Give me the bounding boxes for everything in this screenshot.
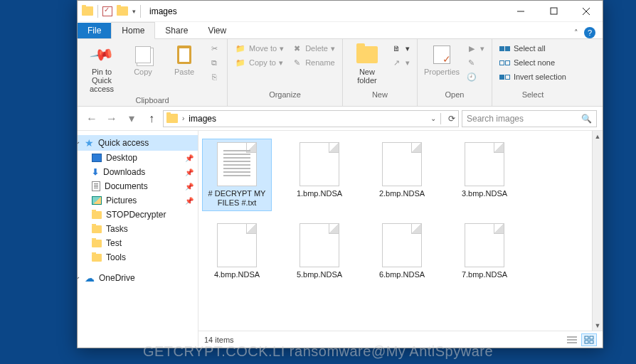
sidebar-desktop[interactable]: Desktop📌 [78, 151, 198, 165]
address-folder-icon [166, 114, 178, 123]
star-icon: ★ [85, 137, 94, 149]
sidebar-pictures[interactable]: Pictures📌 [78, 193, 198, 208]
scroll-up-button[interactable]: ▲ [593, 131, 603, 141]
minimize-button[interactable] [504, 1, 537, 22]
details-view-button[interactable] [564, 333, 580, 346]
invert-selection-button[interactable]: Invert selection [498, 70, 568, 83]
folder-icon [92, 225, 102, 233]
copy-path-button[interactable]: ⧉ [207, 56, 221, 69]
text-file-icon [217, 142, 257, 186]
maximize-button[interactable] [537, 1, 570, 22]
paste-label: Paste [174, 68, 194, 76]
new-folder-button[interactable]: New folder [349, 42, 386, 86]
easy-access-button[interactable]: ↗▾ [390, 56, 411, 69]
file-item[interactable]: 3.bmp.NDSA [450, 139, 519, 210]
properties-qat-icon[interactable] [102, 6, 112, 16]
forward-button[interactable]: → [103, 110, 120, 127]
sidebar-label: Test [106, 238, 122, 248]
selectnone-label: Select none [514, 58, 555, 67]
sidebar-tools[interactable]: Tools [78, 250, 198, 264]
refresh-button[interactable]: ⟳ [448, 114, 455, 124]
close-button[interactable] [570, 1, 603, 22]
titlebar: ▾ images [78, 1, 603, 22]
select-none-button[interactable]: Select none [498, 56, 568, 69]
navbar: ← → ▾ ↑ › images ⌄ ⟳ Search images 🔍 [78, 107, 603, 131]
address-dropdown-icon[interactable]: ⌄ [430, 114, 436, 122]
file-name: # DECRYPT MY FILES #.txt [206, 189, 268, 208]
help-icon[interactable]: ? [584, 27, 595, 38]
copyto-label: Copy to [249, 58, 276, 67]
edit-button[interactable]: ✎ [465, 56, 486, 69]
file-name: 7.bmp.NDSA [462, 270, 507, 279]
sidebar-tasks[interactable]: Tasks [78, 222, 198, 236]
copy-button[interactable]: Copy [124, 42, 161, 77]
back-button[interactable]: ← [83, 110, 100, 127]
history-button[interactable]: 🕘 [465, 70, 486, 83]
blank-file-icon [465, 142, 504, 186]
new-extra: 🗎▾ ↗▾ [390, 42, 411, 69]
pin-icon: 📌 [88, 42, 115, 68]
sidebar-stopdecrypter[interactable]: STOPDecrypter [78, 208, 198, 222]
file-name: 6.bmp.NDSA [379, 270, 425, 279]
pin-quick-access-button[interactable]: 📌 Pin to Quick access [83, 42, 120, 95]
icons-view-button[interactable] [581, 333, 597, 346]
rename-button[interactable]: ✎Rename [290, 56, 336, 69]
delete-label: Delete [305, 44, 328, 53]
copyto-button[interactable]: 📁Copy to ▾ [233, 56, 285, 69]
svg-rect-1 [551, 8, 557, 14]
address-segment[interactable]: images [189, 114, 216, 124]
file-item[interactable]: 5.bmp.NDSA [285, 220, 354, 282]
delete-icon: ✖ [291, 43, 302, 54]
delete-button[interactable]: ✖Delete ▾ [290, 42, 336, 55]
file-item[interactable]: 7.bmp.NDSA [450, 220, 519, 282]
edit-icon: ✎ [466, 57, 477, 68]
newfolder-label: New folder [351, 68, 383, 85]
search-icon[interactable]: 🔍 [581, 114, 592, 124]
select-all-button[interactable]: Select all [498, 42, 568, 55]
address-bar[interactable]: › images ⌄ ⟳ [163, 110, 459, 127]
desktop-icon [92, 154, 102, 162]
sidebar-label: STOPDecrypter [106, 210, 166, 220]
cut-button[interactable]: ✂ [207, 42, 221, 55]
moveto-button[interactable]: 📁Move to ▾ [233, 42, 285, 55]
search-placeholder: Search images [467, 114, 524, 124]
sidebar-downloads[interactable]: ⬇Downloads📌 [78, 165, 198, 179]
newfolder-qat-icon[interactable] [117, 6, 128, 16]
file-item[interactable]: 4.bmp.NDSA [203, 220, 271, 282]
search-box[interactable]: Search images 🔍 [462, 110, 597, 127]
tab-file[interactable]: File [78, 23, 111, 38]
file-item[interactable]: 1.bmp.NDSA [285, 139, 354, 210]
sidebar-documents[interactable]: Documents📌 [78, 179, 198, 193]
file-item[interactable]: # DECRYPT MY FILES #.txt [203, 139, 271, 210]
up-button[interactable]: ↑ [143, 110, 160, 127]
navigation-pane[interactable]: ★Quick access Desktop📌 ⬇Downloads📌 Docum… [78, 131, 198, 348]
paste-shortcut-button[interactable]: ⎘ [207, 70, 221, 83]
sidebar-quick-access[interactable]: ★Quick access [78, 135, 198, 151]
properties-button[interactable]: Properties [423, 42, 460, 77]
sidebar-label: Quick access [98, 138, 149, 148]
collapse-ribbon-icon[interactable]: ˄ [574, 28, 578, 38]
scroll-down-button[interactable]: ▼ [593, 320, 603, 331]
copypath-icon: ⧉ [208, 57, 220, 68]
paste-button[interactable]: Paste [166, 42, 203, 77]
file-item[interactable]: 2.bmp.NDSA [368, 139, 436, 210]
sidebar-onedrive[interactable]: ☁OneDrive [78, 270, 198, 286]
group-organize: 📁Move to ▾ 📁Copy to ▾ ✖Delete ▾ ✎Rename … [228, 39, 343, 106]
sidebar-test[interactable]: Test [78, 236, 198, 250]
sidebar-label: Desktop [106, 153, 137, 163]
tab-home[interactable]: Home [111, 22, 155, 39]
chevron-right-icon[interactable]: › [182, 114, 184, 122]
file-item[interactable]: 6.bmp.NDSA [368, 220, 436, 282]
recent-locations-button[interactable]: ▾ [123, 110, 140, 127]
tab-view[interactable]: View [198, 23, 236, 38]
tab-share[interactable]: Share [155, 23, 198, 38]
newitem-icon: 🗎 [391, 43, 403, 54]
scrollbar[interactable]: ▲ ▼ [592, 131, 603, 331]
newfolder-icon [356, 46, 378, 63]
history-icon: 🕘 [466, 71, 477, 82]
open-button[interactable]: ▶▾ [465, 42, 486, 55]
qat-dropdown-icon[interactable]: ▾ [132, 8, 136, 15]
new-item-button[interactable]: 🗎▾ [390, 42, 411, 55]
downloads-icon: ⬇ [92, 167, 99, 177]
files-view[interactable]: # DECRYPT MY FILES #.txt1.bmp.NDSA2.bmp.… [198, 131, 603, 331]
